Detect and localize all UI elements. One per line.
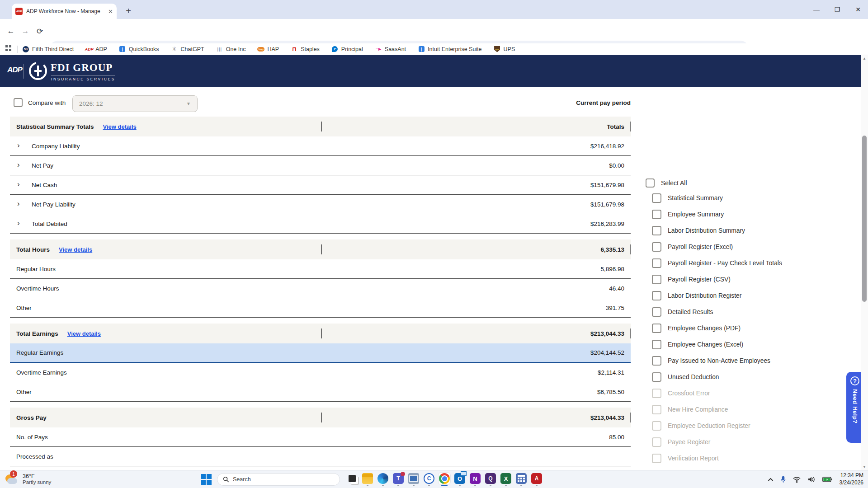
report-option[interactable]: Employee Changes (Excel) — [644, 336, 863, 352]
report-option[interactable]: Pay Issued to Non-Active Employees — [644, 352, 863, 369]
table-row[interactable]: No. of Pays85.00 — [10, 427, 631, 447]
select-all-row[interactable]: Select All — [646, 178, 687, 188]
table-row[interactable]: ›Net Cash$151,679.98 — [10, 175, 631, 195]
taskbar-app-copilot[interactable]: C — [421, 471, 437, 488]
taskbar-clock[interactable]: 12:34 PM 3/24/2026 — [840, 472, 863, 486]
report-checkbox[interactable] — [652, 193, 661, 203]
taskbar-app-chrome[interactable] — [437, 471, 452, 488]
report-option[interactable]: Employee Changes (PDF) — [644, 320, 863, 336]
scroll-up-icon[interactable]: ▲ — [861, 55, 868, 61]
report-checkbox[interactable] — [652, 340, 661, 349]
taskbar-app-edge[interactable] — [375, 471, 391, 488]
bookmark-fifth-third[interactable]: 53Fifth Third Direct — [22, 46, 74, 53]
pay-period-dropdown[interactable]: 2026: 12 ▼ — [72, 95, 198, 112]
report-checkbox[interactable] — [652, 242, 661, 252]
column-divider[interactable] — [321, 328, 322, 338]
column-divider[interactable] — [630, 328, 631, 338]
bookmark-adp[interactable]: ADPADP — [85, 46, 107, 53]
bookmark-chatgpt[interactable]: ✳ChatGPT — [171, 46, 204, 53]
report-option[interactable]: Detailed Results — [644, 304, 863, 320]
chevron-right-icon[interactable]: › — [17, 160, 20, 169]
window-close-button[interactable]: ✕ — [849, 3, 867, 16]
chevron-right-icon[interactable]: › — [17, 180, 20, 189]
report-checkbox[interactable] — [652, 291, 661, 300]
taskbar-app-purple-app[interactable]: Q — [483, 471, 498, 488]
taskbar-app-task-view[interactable] — [344, 471, 360, 488]
table-row[interactable]: Processed as — [10, 447, 631, 466]
reload-button[interactable]: ⟳ — [33, 25, 46, 38]
taskbar-app-calculator[interactable] — [514, 471, 529, 488]
scroll-down-icon[interactable]: ▼ — [861, 464, 868, 470]
table-row[interactable]: ›Net Pay Liability$151,679.98 — [10, 195, 631, 214]
view-details-link[interactable]: View details — [103, 123, 137, 130]
chevron-right-icon[interactable]: › — [17, 141, 20, 150]
table-row[interactable]: Other$6,785.50 — [10, 382, 631, 402]
tray-battery-icon[interactable] — [822, 477, 832, 482]
column-divider[interactable] — [321, 413, 322, 422]
bookmark-hap[interactable]: hapHAP — [257, 46, 279, 53]
bookmark-one-inc[interactable]: |||One Inc — [216, 46, 246, 53]
report-option[interactable]: Labor Distribution Summary — [644, 222, 863, 239]
window-minimize-button[interactable]: — — [807, 3, 826, 16]
report-checkbox[interactable] — [652, 258, 661, 268]
table-row[interactable] — [10, 466, 631, 470]
table-row[interactable]: ›Company Liability$216,418.92 — [10, 136, 631, 156]
view-details-link[interactable]: View details — [67, 330, 101, 337]
taskbar-app-outlook[interactable]: O — [452, 471, 467, 488]
column-divider[interactable] — [321, 244, 322, 254]
browser-tab[interactable]: ADP ADP Workforce Now - Manage ✕ — [12, 4, 117, 19]
report-checkbox[interactable] — [652, 372, 661, 382]
bookmark-saasant[interactable]: −▸SaasAnt — [375, 46, 406, 53]
taskbar-app-remote-desktop[interactable] — [406, 471, 421, 488]
view-details-link[interactable]: View details — [59, 246, 92, 253]
tray-wifi-icon[interactable] — [793, 477, 801, 483]
table-row[interactable]: Regular Earnings$204,144.52 — [10, 343, 631, 363]
column-divider[interactable] — [321, 122, 322, 131]
select-all-checkbox[interactable] — [646, 178, 655, 188]
compare-with-checkbox[interactable] — [14, 98, 23, 107]
report-checkbox[interactable] — [652, 226, 661, 235]
report-option[interactable]: Payroll Register - Pay Check Level Total… — [644, 255, 863, 271]
table-row[interactable]: Overtime Hours46.40 — [10, 279, 631, 298]
table-row[interactable]: Other391.75 — [10, 298, 631, 318]
bookmark-ups[interactable]: upsUPS — [494, 46, 515, 53]
taskbar-app-excel[interactable]: X — [498, 471, 514, 488]
forward-button[interactable]: → — [19, 25, 32, 38]
tray-chevron-icon[interactable] — [768, 478, 774, 482]
report-checkbox[interactable] — [652, 324, 661, 333]
table-row[interactable]: Overtime Earnings$2,114.31 — [10, 363, 631, 382]
chevron-right-icon[interactable]: › — [17, 219, 20, 228]
column-divider[interactable] — [630, 122, 631, 131]
apps-grid-icon[interactable] — [5, 45, 12, 53]
report-option[interactable]: Time-Off Hours-Based Accrual — [644, 466, 863, 470]
taskbar-app-file-explorer[interactable] — [360, 471, 375, 488]
report-checkbox[interactable] — [652, 210, 661, 219]
chevron-right-icon[interactable]: › — [17, 199, 20, 208]
taskbar-app-onenote[interactable]: N — [467, 471, 483, 488]
page-scrollbar[interactable]: ▲ ▼ — [861, 55, 868, 470]
window-restore-button[interactable]: ❐ — [828, 3, 846, 16]
report-option[interactable]: Unused Deduction — [644, 369, 863, 385]
report-option[interactable]: Labor Distribution Register — [644, 287, 863, 304]
tray-mic-icon[interactable] — [781, 476, 786, 483]
report-checkbox[interactable] — [652, 356, 661, 366]
bookmark-quickbooks[interactable]: |QuickBooks — [119, 46, 159, 53]
tab-close-icon[interactable]: ✕ — [108, 8, 113, 15]
table-row[interactable]: ›Net Pay$0.00 — [10, 156, 631, 175]
column-divider[interactable] — [630, 413, 631, 422]
report-option[interactable]: Employee Summary — [644, 206, 863, 222]
taskbar-app-acrobat[interactable]: A — [529, 471, 544, 488]
report-option[interactable]: Payroll Register (Excel) — [644, 239, 863, 255]
report-checkbox[interactable] — [652, 307, 661, 317]
report-option[interactable]: Payroll Register (CSV) — [644, 271, 863, 287]
bookmark-principal[interactable]: PPrincipal — [331, 46, 363, 53]
table-row[interactable]: ›Total Debited$216,283.99 — [10, 214, 631, 234]
tray-volume-icon[interactable] — [808, 476, 815, 483]
report-option[interactable]: Statistical Summary — [644, 190, 863, 206]
new-tab-button[interactable]: + — [122, 5, 135, 17]
back-button[interactable]: ← — [5, 25, 17, 38]
bookmark-staples[interactable]: ⊓Staples — [291, 46, 320, 53]
taskbar-search[interactable]: Search — [217, 473, 340, 486]
column-divider[interactable] — [630, 244, 631, 254]
taskbar-app-teams[interactable]: T — [391, 471, 406, 488]
